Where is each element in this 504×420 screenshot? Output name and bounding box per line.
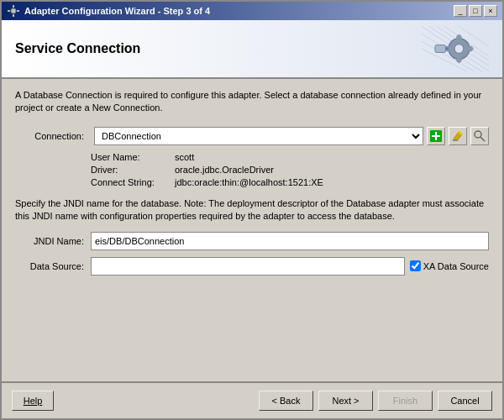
title-bar-left: Adapter Configuration Wizard - Step 3 of… [7, 4, 210, 18]
add-connection-button[interactable] [427, 127, 445, 145]
search-connection-button[interactable] [470, 127, 489, 145]
minimize-button[interactable]: _ [454, 5, 467, 17]
header-decoration [422, 24, 489, 74]
search-icon [474, 130, 486, 142]
header-title: Service Connection [15, 41, 140, 56]
finish-button[interactable]: Finish [378, 391, 433, 411]
window: Adapter Configuration Wizard - Step 3 of… [0, 0, 504, 420]
svg-line-30 [480, 137, 485, 141]
add-icon [430, 130, 442, 142]
xa-datasource-text: XA Data Source [423, 261, 489, 271]
header-icon-area [422, 26, 489, 72]
xa-datasource-label[interactable]: XA Data Source [410, 260, 489, 271]
description-text: A Database Connection is required to con… [15, 89, 489, 115]
connection-row: Connection: DBConnection [15, 127, 489, 145]
svg-rect-28 [453, 139, 458, 141]
driver-value: oracle.jdbc.OracleDriver [175, 165, 274, 175]
connect-string-value: jdbc:oracle:thin:@localhost:1521:XE [175, 177, 323, 187]
jndi-name-label: JNDI Name: [15, 236, 91, 246]
username-value: scott [175, 152, 194, 162]
connect-string-label: Connect String: [91, 177, 175, 187]
main-body: A Database Connection is required to con… [2, 79, 502, 381]
header-section: Service Connection [2, 20, 502, 79]
connect-string-row: Connect String: jdbc:oracle:thin:@localh… [91, 177, 489, 187]
connection-info: User Name: scott Driver: oracle.jdbc.Ora… [91, 152, 489, 187]
jndi-name-input[interactable] [91, 232, 489, 250]
connection-select[interactable]: DBConnection [94, 127, 423, 145]
connection-label: Connection: [15, 131, 91, 141]
back-button[interactable]: < Back [259, 391, 313, 411]
window-title: Adapter Configuration Wizard - Step 3 of… [24, 6, 210, 16]
jndi-description: Specify the JNDI name for the database. … [15, 197, 489, 223]
svg-point-14 [454, 45, 464, 54]
footer: Help < Back Next > Finish Cancel [2, 381, 502, 418]
svg-rect-3 [8, 10, 10, 12]
svg-rect-2 [13, 14, 14, 17]
title-bar: Adapter Configuration Wizard - Step 3 of… [2, 2, 502, 20]
window-icon [7, 4, 20, 18]
close-button[interactable]: × [484, 5, 497, 17]
datasource-input[interactable] [91, 257, 405, 276]
maximize-button[interactable]: □ [469, 5, 482, 17]
svg-rect-4 [17, 10, 19, 12]
datasource-row: Data Source: XA Data Source [15, 257, 489, 276]
cancel-button[interactable]: Cancel [438, 391, 492, 411]
username-row: User Name: scott [91, 152, 489, 162]
next-button[interactable]: Next > [318, 391, 373, 411]
svg-point-0 [11, 8, 16, 13]
datasource-input-area: XA Data Source [91, 257, 489, 276]
driver-row: Driver: oracle.jdbc.OracleDriver [91, 165, 489, 175]
username-label: User Name: [91, 152, 175, 162]
svg-rect-1 [13, 5, 14, 8]
edit-icon [452, 130, 464, 142]
svg-rect-24 [435, 45, 445, 53]
help-button[interactable]: Help [12, 391, 54, 411]
xa-datasource-checkbox[interactable] [410, 260, 421, 271]
driver-label: Driver: [91, 165, 175, 175]
edit-connection-button[interactable] [449, 127, 467, 145]
datasource-label: Data Source: [15, 261, 91, 271]
title-bar-buttons: _ □ × [454, 5, 497, 17]
jndi-name-row: JNDI Name: [15, 232, 489, 250]
svg-point-29 [475, 131, 481, 138]
footer-nav-buttons: < Back Next > Finish Cancel [259, 391, 492, 411]
